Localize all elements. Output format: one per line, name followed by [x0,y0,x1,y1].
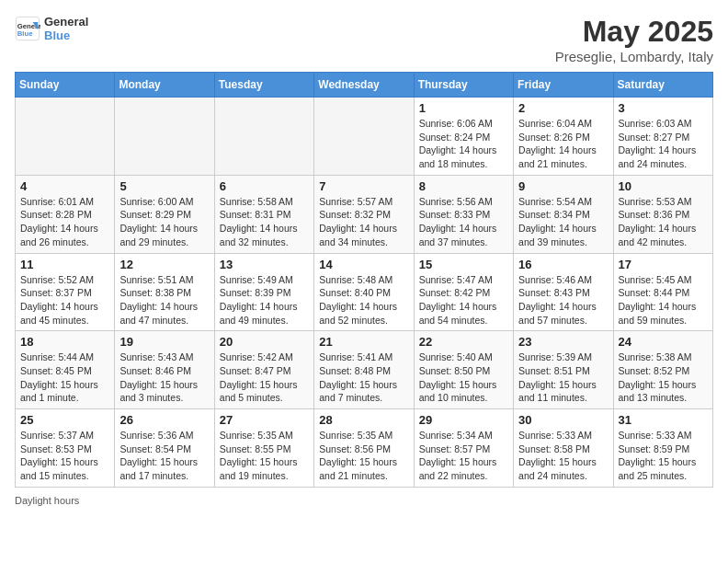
calendar-cell: 14 Sunrise: 5:48 AM Sunset: 8:40 PM Dayl… [314,253,414,331]
day-number: 17 [619,258,708,271]
calendar-cell: 2 Sunrise: 6:04 AM Sunset: 8:26 PM Dayli… [514,98,613,176]
day-info: Sunrise: 5:56 AM Sunset: 8:33 PM Dayligh… [419,195,508,249]
calendar-cell [214,98,313,176]
day-number: 26 [119,413,209,427]
day-number: 21 [319,335,408,349]
day-number: 29 [419,413,508,427]
day-info: Sunrise: 5:49 AM Sunset: 8:39 PM Dayligh… [220,273,309,327]
day-info: Sunrise: 5:45 AM Sunset: 8:44 PM Dayligh… [619,273,708,327]
calendar-day-header: Sunday [16,73,115,98]
logo-line1: General [44,15,88,29]
day-info: Sunrise: 6:04 AM Sunset: 8:26 PM Dayligh… [518,117,608,171]
day-number: 25 [20,413,109,427]
calendar-week-row: 1 Sunrise: 6:06 AM Sunset: 8:24 PM Dayli… [16,98,713,176]
day-number: 1 [419,101,508,115]
day-number: 13 [220,258,309,271]
day-number: 11 [20,258,109,271]
calendar-cell: 29 Sunrise: 5:34 AM Sunset: 8:57 PM Dayl… [414,409,513,488]
day-number: 28 [319,413,408,427]
day-number: 4 [20,179,109,193]
calendar-week-row: 4 Sunrise: 6:01 AM Sunset: 8:28 PM Dayli… [16,175,713,253]
calendar-day-header: Saturday [613,73,712,98]
calendar-cell: 30 Sunrise: 5:33 AM Sunset: 8:58 PM Dayl… [514,409,613,488]
footer-note: Daylight hours [15,495,713,506]
day-number: 18 [20,335,109,349]
calendar-cell: 11 Sunrise: 5:52 AM Sunset: 8:37 PM Dayl… [16,253,115,331]
day-info: Sunrise: 5:39 AM Sunset: 8:51 PM Dayligh… [518,350,608,405]
calendar-cell: 4 Sunrise: 6:01 AM Sunset: 8:28 PM Dayli… [16,175,115,253]
footer-text: Daylight hours [15,495,79,506]
calendar-cell: 24 Sunrise: 5:38 AM Sunset: 8:52 PM Dayl… [613,331,712,409]
calendar-day-header: Monday [115,73,214,98]
calendar-cell: 10 Sunrise: 5:53 AM Sunset: 8:36 PM Dayl… [613,175,712,253]
calendar-cell: 20 Sunrise: 5:42 AM Sunset: 8:47 PM Dayl… [214,331,313,409]
logo-line2: Blue [44,29,88,42]
calendar-cell: 19 Sunrise: 5:43 AM Sunset: 8:46 PM Dayl… [115,331,214,409]
day-info: Sunrise: 5:35 AM Sunset: 8:56 PM Dayligh… [319,429,408,483]
calendar-cell [16,98,115,176]
calendar-cell: 5 Sunrise: 6:00 AM Sunset: 8:29 PM Dayli… [115,175,214,253]
calendar-cell: 16 Sunrise: 5:46 AM Sunset: 8:43 PM Dayl… [514,253,613,331]
page-header: General Blue General Blue May 2025 Prese… [15,15,713,64]
calendar-cell: 31 Sunrise: 5:33 AM Sunset: 8:59 PM Dayl… [613,409,712,488]
day-info: Sunrise: 5:36 AM Sunset: 8:54 PM Dayligh… [119,429,209,483]
calendar-cell: 23 Sunrise: 5:39 AM Sunset: 8:51 PM Dayl… [514,331,613,409]
calendar-cell: 22 Sunrise: 5:40 AM Sunset: 8:50 PM Dayl… [414,331,513,409]
day-number: 3 [619,101,708,115]
day-info: Sunrise: 5:43 AM Sunset: 8:46 PM Dayligh… [119,350,209,405]
day-info: Sunrise: 5:46 AM Sunset: 8:43 PM Dayligh… [518,273,608,327]
day-number: 23 [518,335,608,349]
title-block: May 2025 Preseglie, Lombardy, Italy [555,15,713,64]
calendar-cell: 8 Sunrise: 5:56 AM Sunset: 8:33 PM Dayli… [414,175,513,253]
calendar-day-header: Tuesday [214,73,313,98]
calendar-cell: 3 Sunrise: 6:03 AM Sunset: 8:27 PM Dayli… [613,98,712,176]
day-number: 20 [220,335,309,349]
calendar-cell: 12 Sunrise: 5:51 AM Sunset: 8:38 PM Dayl… [115,253,214,331]
day-info: Sunrise: 6:00 AM Sunset: 8:29 PM Dayligh… [119,195,209,249]
calendar-week-row: 11 Sunrise: 5:52 AM Sunset: 8:37 PM Dayl… [16,253,713,331]
day-info: Sunrise: 5:53 AM Sunset: 8:36 PM Dayligh… [619,195,708,249]
day-number: 10 [619,179,708,193]
day-number: 27 [220,413,309,427]
calendar-cell: 18 Sunrise: 5:44 AM Sunset: 8:45 PM Dayl… [16,331,115,409]
calendar-cell: 26 Sunrise: 5:36 AM Sunset: 8:54 PM Dayl… [115,409,214,488]
day-number: 9 [518,179,608,193]
calendar-cell: 21 Sunrise: 5:41 AM Sunset: 8:48 PM Dayl… [314,331,414,409]
day-number: 5 [119,179,209,193]
calendar-cell: 27 Sunrise: 5:35 AM Sunset: 8:55 PM Dayl… [214,409,313,488]
svg-text:Blue: Blue [17,29,33,38]
day-info: Sunrise: 5:57 AM Sunset: 8:32 PM Dayligh… [319,195,408,249]
calendar-cell: 17 Sunrise: 5:45 AM Sunset: 8:44 PM Dayl… [613,253,712,331]
calendar-week-row: 18 Sunrise: 5:44 AM Sunset: 8:45 PM Dayl… [16,331,713,409]
calendar-cell: 1 Sunrise: 6:06 AM Sunset: 8:24 PM Dayli… [414,98,513,176]
calendar-cell: 7 Sunrise: 5:57 AM Sunset: 8:32 PM Dayli… [314,175,414,253]
day-number: 8 [419,179,508,193]
day-info: Sunrise: 6:06 AM Sunset: 8:24 PM Dayligh… [419,117,508,171]
day-number: 30 [518,413,608,427]
logo-icon: General Blue [15,16,40,41]
day-number: 6 [220,179,309,193]
day-info: Sunrise: 5:42 AM Sunset: 8:47 PM Dayligh… [220,350,309,405]
day-number: 15 [419,258,508,271]
day-number: 14 [319,258,408,271]
calendar-day-header: Wednesday [314,73,414,98]
calendar-cell: 25 Sunrise: 5:37 AM Sunset: 8:53 PM Dayl… [16,409,115,488]
day-number: 24 [619,335,708,349]
day-info: Sunrise: 5:37 AM Sunset: 8:53 PM Dayligh… [20,429,109,483]
calendar-cell [115,98,214,176]
calendar-table: SundayMondayTuesdayWednesdayThursdayFrid… [15,72,713,488]
day-info: Sunrise: 6:03 AM Sunset: 8:27 PM Dayligh… [619,117,708,171]
calendar-cell: 13 Sunrise: 5:49 AM Sunset: 8:39 PM Dayl… [214,253,313,331]
calendar-day-header: Thursday [414,73,513,98]
day-info: Sunrise: 5:41 AM Sunset: 8:48 PM Dayligh… [319,350,408,405]
calendar-cell [314,98,414,176]
calendar-cell: 15 Sunrise: 5:47 AM Sunset: 8:42 PM Dayl… [414,253,513,331]
calendar-cell: 28 Sunrise: 5:35 AM Sunset: 8:56 PM Dayl… [314,409,414,488]
day-info: Sunrise: 5:33 AM Sunset: 8:58 PM Dayligh… [518,429,608,483]
day-info: Sunrise: 5:34 AM Sunset: 8:57 PM Dayligh… [419,429,508,483]
day-info: Sunrise: 6:01 AM Sunset: 8:28 PM Dayligh… [20,195,109,249]
day-number: 12 [119,258,209,271]
calendar-day-header: Friday [514,73,613,98]
day-info: Sunrise: 5:58 AM Sunset: 8:31 PM Dayligh… [220,195,309,249]
day-info: Sunrise: 5:38 AM Sunset: 8:52 PM Dayligh… [619,350,708,405]
